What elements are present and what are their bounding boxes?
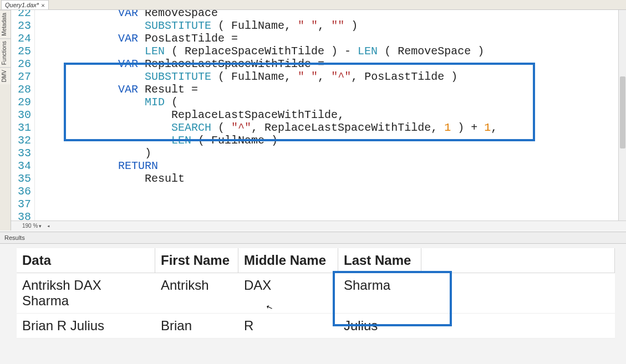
code-line[interactable]: 33 ): [11, 147, 626, 160]
code-line[interactable]: 28 VAR Result =: [11, 83, 626, 96]
zoom-bar: 190 %▾ ◂: [11, 221, 626, 230]
table-cell[interactable]: Antriksh: [155, 273, 238, 314]
line-number: 37: [11, 198, 35, 211]
close-icon[interactable]: ✕: [41, 2, 45, 9]
code-line[interactable]: 34 RETURN: [11, 160, 626, 172]
line-number: 28: [11, 83, 35, 96]
table-cell-spacer: [421, 314, 615, 339]
code-line[interactable]: 38: [11, 211, 626, 221]
editor-scrollbar[interactable]: [618, 10, 626, 230]
column-header[interactable]: Middle Name: [238, 248, 338, 273]
line-number: 30: [11, 109, 35, 121]
side-tab-metadata[interactable]: Metadata: [0, 10, 11, 38]
table-cell[interactable]: Sharma: [338, 273, 421, 314]
scrollbar-thumb[interactable]: [620, 76, 625, 148]
table-cell[interactable]: Julius: [338, 314, 421, 339]
line-number: 33: [11, 147, 35, 160]
column-header-spacer: [421, 248, 615, 273]
code-text[interactable]: VAR PosLastTilde =: [35, 32, 626, 45]
table-cell[interactable]: DAX: [238, 273, 338, 314]
column-header[interactable]: First Name: [155, 248, 238, 273]
code-line[interactable]: 24 VAR PosLastTilde =: [11, 32, 626, 45]
line-number: 31: [11, 121, 35, 134]
results-header: Results: [0, 232, 626, 244]
code-text[interactable]: MID (: [35, 96, 626, 109]
results-body: DataFirst NameMiddle NameLast NameAntrik…: [17, 248, 615, 339]
code-text[interactable]: ): [35, 147, 626, 160]
side-toolwindow-tabs: Metadata Functions DMV: [0, 10, 11, 230]
code-line[interactable]: 25 LEN ( ReplaceSpaceWithTilde ) - LEN (…: [11, 45, 626, 58]
code-text[interactable]: SUBSTITUTE ( FullName, " ", "^", PosLast…: [35, 70, 626, 83]
code-line[interactable]: 32 LEN ( FullName ): [11, 134, 626, 147]
column-header[interactable]: Last Name: [338, 248, 421, 273]
line-number: 26: [11, 58, 35, 70]
code-text[interactable]: Result: [35, 172, 626, 185]
code-text[interactable]: LEN ( FullName ): [35, 134, 626, 147]
code-line[interactable]: 30 ReplaceLastSpaceWithTilde,: [11, 109, 626, 121]
results-pane: Results DataFirst NameMiddle NameLast Na…: [0, 232, 626, 364]
line-number: 38: [11, 211, 35, 221]
line-number: 24: [11, 32, 35, 45]
line-number: 35: [11, 172, 35, 185]
line-number: 25: [11, 45, 35, 58]
code-text[interactable]: RETURN: [35, 160, 626, 172]
code-text[interactable]: ReplaceLastSpaceWithTilde,: [35, 109, 626, 121]
line-number: 22: [11, 10, 35, 19]
chevron-down-icon[interactable]: ▾: [39, 223, 42, 229]
code-line[interactable]: 35 Result: [11, 172, 626, 185]
line-number: 23: [11, 19, 35, 32]
table-cell[interactable]: R: [238, 314, 338, 339]
code-line[interactable]: 37: [11, 198, 626, 211]
code-text[interactable]: LEN ( ReplaceSpaceWithTilde ) - LEN ( Re…: [35, 45, 626, 58]
line-number: 34: [11, 160, 35, 172]
code-text[interactable]: VAR ReplaceLastSpaceWithTilde =: [35, 58, 626, 70]
code-line[interactable]: 36: [11, 185, 626, 198]
code-text[interactable]: VAR RemoveSpace: [35, 10, 626, 19]
code-text[interactable]: SUBSTITUTE ( FullName, " ", "" ): [35, 19, 626, 32]
line-number: 32: [11, 134, 35, 147]
side-tab-dmv[interactable]: DMV: [0, 67, 11, 84]
document-tab-title: Query1.dax*: [5, 2, 39, 8]
code-text[interactable]: [35, 211, 626, 221]
table-cell[interactable]: Antriksh DAX Sharma: [17, 273, 155, 314]
scroll-left-icon[interactable]: ◂: [47, 223, 50, 229]
code-line[interactable]: 29 MID (: [11, 96, 626, 109]
code-line[interactable]: 26 VAR ReplaceLastSpaceWithTilde =: [11, 58, 626, 70]
results-grid: DataFirst NameMiddle NameLast NameAntrik…: [17, 248, 615, 339]
table-cell[interactable]: Brian: [155, 314, 238, 339]
code-text[interactable]: SEARCH ( "^", ReplaceLastSpaceWithTilde,…: [35, 121, 626, 134]
code-text[interactable]: [35, 198, 626, 211]
code-line[interactable]: 31 SEARCH ( "^", ReplaceLastSpaceWithTil…: [11, 121, 626, 134]
table-cell-spacer: [421, 273, 615, 314]
code-line[interactable]: 23 SUBSTITUTE ( FullName, " ", "" ): [11, 19, 626, 32]
line-number: 29: [11, 96, 35, 109]
code-editor[interactable]: 22 VAR RemoveSpace23 SUBSTITUTE ( FullNa…: [11, 10, 626, 221]
line-number: 27: [11, 70, 35, 83]
document-tab[interactable]: Query1.dax* ✕: [1, 0, 49, 9]
zoom-level[interactable]: 190 %: [22, 223, 38, 229]
line-number: 36: [11, 185, 35, 198]
code-line[interactable]: 27 SUBSTITUTE ( FullName, " ", "^", PosL…: [11, 70, 626, 83]
code-text[interactable]: VAR Result =: [35, 83, 626, 96]
column-header[interactable]: Data: [17, 248, 155, 273]
table-cell[interactable]: Brian R Julius: [17, 314, 155, 339]
document-tabstrip: Query1.dax* ✕: [0, 0, 626, 10]
code-line[interactable]: 22 VAR RemoveSpace: [11, 10, 626, 19]
code-text[interactable]: [35, 185, 626, 198]
side-tab-functions[interactable]: Functions: [0, 38, 11, 67]
